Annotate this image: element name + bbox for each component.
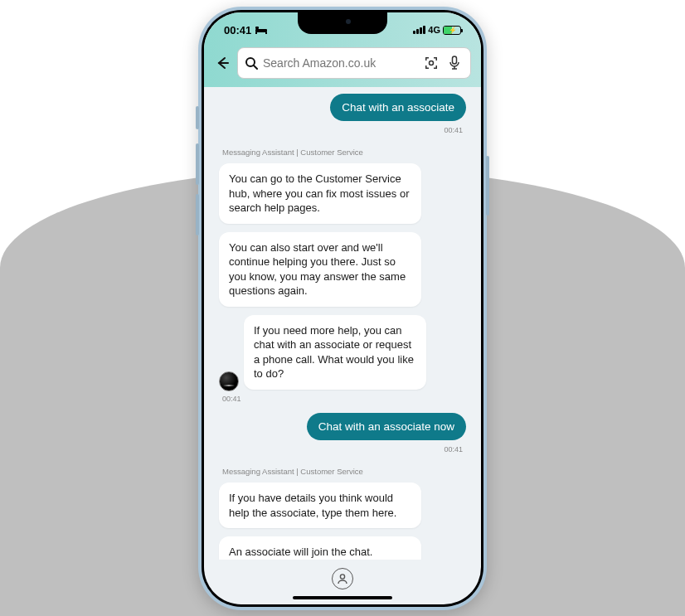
- svg-rect-14: [436, 65, 438, 69]
- phone-power-button: [486, 156, 489, 216]
- bot-avatar-icon: [219, 371, 239, 391]
- svg-rect-2: [255, 32, 257, 34]
- phone-side-button: [196, 106, 199, 129]
- phone-volume-up: [196, 143, 199, 185]
- svg-rect-12: [425, 65, 427, 69]
- bot-message: If you have details you think would help…: [219, 483, 421, 528]
- battery-icon: ⚡: [443, 26, 461, 35]
- network-label: 4G: [428, 25, 440, 35]
- svg-rect-3: [265, 32, 267, 34]
- screen: 00:41 4G ⚡: [204, 12, 481, 604]
- signal-icon: [413, 26, 425, 34]
- bed-icon: [255, 26, 267, 34]
- search-icon: [245, 56, 258, 70]
- bot-message: You can go to the Customer Service hub, …: [219, 163, 421, 224]
- chat-area[interactable]: Chat with an associate 00:41 Messaging A…: [204, 87, 481, 560]
- lens-icon[interactable]: [422, 54, 440, 72]
- timestamp: 00:41: [222, 395, 466, 403]
- profile-icon[interactable]: [332, 568, 353, 589]
- svg-rect-1: [255, 27, 259, 29]
- bot-message: An associate will join the chat.: [219, 536, 421, 560]
- user-message: Chat with an associate: [330, 94, 466, 121]
- svg-rect-10: [436, 57, 438, 61]
- home-indicator[interactable]: [293, 596, 392, 599]
- notch: [298, 12, 387, 34]
- svg-line-6: [254, 65, 257, 69]
- svg-point-19: [340, 575, 344, 579]
- status-time: 00:41: [224, 24, 251, 36]
- mic-icon[interactable]: [445, 54, 464, 72]
- phone-volume-down: [196, 194, 199, 235]
- search-input[interactable]: [263, 56, 417, 70]
- svg-rect-16: [453, 56, 457, 64]
- sender-label: Messaging Assistant | Customer Service: [222, 467, 466, 476]
- svg-point-15: [430, 61, 434, 65]
- header: [204, 42, 481, 87]
- search-box[interactable]: [237, 47, 471, 79]
- phone-frame: 00:41 4G ⚡: [198, 7, 487, 610]
- svg-rect-0: [255, 29, 267, 32]
- sender-label: Messaging Assistant | Customer Service: [222, 148, 466, 157]
- timestamp: 00:41: [444, 126, 463, 134]
- user-message: Chat with an associate now: [307, 413, 466, 440]
- bot-message: If you need more help, you can chat with…: [244, 315, 426, 390]
- back-button[interactable]: [214, 55, 231, 71]
- svg-rect-8: [425, 57, 427, 61]
- timestamp: 00:41: [444, 445, 463, 454]
- bot-message: You can also start over and we'll contin…: [219, 232, 421, 307]
